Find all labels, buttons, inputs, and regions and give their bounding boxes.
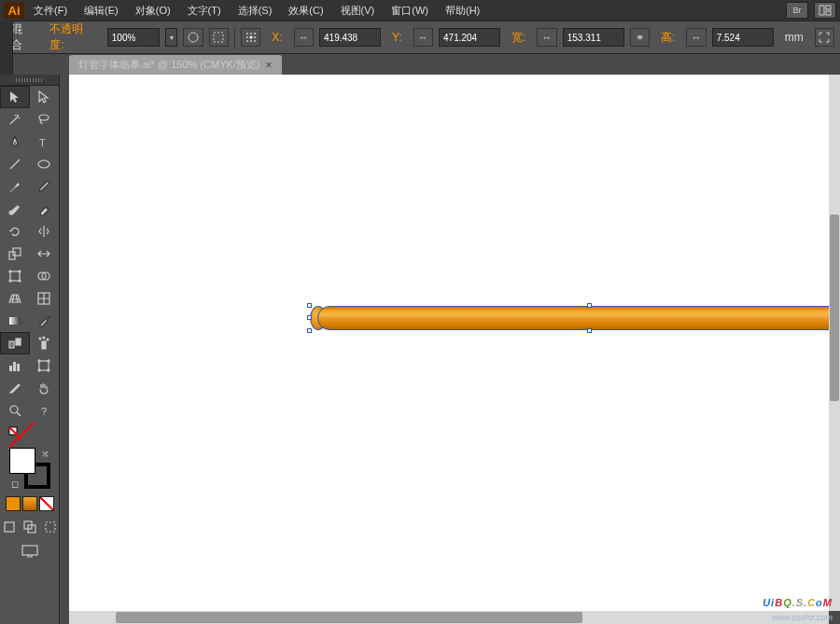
- paintbrush-tool[interactable]: [0, 175, 30, 198]
- y-link-icon: ↔: [413, 28, 433, 47]
- opacity-dropdown[interactable]: ▾: [165, 28, 178, 47]
- screen-mode-button[interactable]: [0, 539, 59, 563]
- h-link-icon: ↔: [686, 28, 706, 47]
- arrange-documents-button[interactable]: [814, 2, 836, 19]
- perspective-grid-tool[interactable]: [0, 287, 30, 310]
- zoom-tool[interactable]: [0, 399, 30, 422]
- menu-file[interactable]: 文件(F): [26, 2, 75, 20]
- direct-selection-tool[interactable]: [30, 86, 60, 108]
- menu-select[interactable]: 选择(S): [231, 2, 280, 20]
- swap-fill-stroke-icon[interactable]: ⤭: [39, 448, 50, 459]
- svg-rect-36: [13, 362, 16, 371]
- gradient-tool[interactable]: [0, 310, 30, 332]
- tab-close-button[interactable]: ×: [266, 59, 273, 72]
- unknown-tool[interactable]: ?: [30, 399, 60, 422]
- magic-wand-tool[interactable]: [0, 108, 30, 131]
- default-fill-stroke-icon[interactable]: ◻: [9, 478, 21, 489]
- svg-rect-1: [826, 6, 831, 9]
- blob-brush-tool[interactable]: [0, 198, 30, 220]
- workspace: [60, 75, 829, 624]
- draw-behind[interactable]: [21, 519, 38, 535]
- mesh-tool[interactable]: [30, 287, 60, 310]
- transform-button[interactable]: [209, 28, 229, 47]
- type-tool[interactable]: T: [30, 131, 60, 153]
- width-input[interactable]: [563, 28, 624, 47]
- scale-tool[interactable]: [0, 243, 30, 265]
- menu-help[interactable]: 帮助(H): [438, 2, 487, 20]
- menu-object[interactable]: 对象(O): [128, 2, 178, 20]
- draw-inside[interactable]: [42, 519, 59, 535]
- document-tab-title: 灯管字体临摹.ai* @ 150% (CMYK/预览): [78, 58, 260, 72]
- menu-effect[interactable]: 效果(C): [281, 2, 330, 20]
- scrollbar-thumb[interactable]: [116, 612, 582, 623]
- canvas[interactable]: [69, 75, 829, 624]
- type-icon: T: [36, 134, 51, 149]
- pen-tool[interactable]: [0, 131, 30, 153]
- toolbox-grip[interactable]: [0, 75, 59, 86]
- arrow-outline-icon: [36, 90, 51, 104]
- recolor-button[interactable]: [183, 28, 203, 47]
- swatch-1[interactable]: [6, 496, 21, 511]
- draw-normal[interactable]: [1, 519, 18, 535]
- menu-window[interactable]: 窗口(W): [384, 2, 436, 20]
- free-transform-tool[interactable]: [0, 265, 30, 287]
- svg-point-6: [250, 33, 252, 35]
- svg-point-24: [19, 280, 21, 282]
- reference-point-button[interactable]: [241, 28, 260, 47]
- rotate-tool[interactable]: [0, 220, 30, 243]
- svg-point-9: [249, 36, 252, 39]
- svg-rect-37: [17, 364, 20, 371]
- selection-handle[interactable]: [587, 303, 592, 308]
- constrain-proportions-button[interactable]: ⚭: [630, 28, 650, 47]
- selection-handle[interactable]: [587, 328, 592, 333]
- reflect-tool[interactable]: [30, 220, 60, 243]
- menu-type[interactable]: 文字(T): [180, 2, 229, 20]
- vertical-scrollbar[interactable]: [829, 75, 840, 611]
- eyedropper-tool[interactable]: [30, 310, 60, 332]
- selection-tool[interactable]: [0, 86, 30, 108]
- ellipse-tool[interactable]: [30, 153, 60, 175]
- svg-rect-20: [10, 271, 20, 281]
- document-tab[interactable]: 灯管字体临摹.ai* @ 150% (CMYK/预览) ×: [69, 55, 282, 75]
- eraser-icon: [36, 201, 51, 216]
- width-tool[interactable]: [30, 243, 60, 265]
- app-logo: Ai: [4, 2, 24, 19]
- transform-icon: [7, 269, 22, 284]
- blend-tool[interactable]: [0, 332, 30, 354]
- eraser-tool[interactable]: [30, 198, 60, 220]
- x-input[interactable]: [319, 28, 381, 47]
- selection-handle[interactable]: [307, 315, 312, 320]
- draw-behind-icon: [22, 520, 37, 534]
- selection-handle[interactable]: [307, 328, 312, 333]
- hand-tool[interactable]: [30, 377, 60, 399]
- control-bar: 混合 不透明度: ▾ X: ↔ Y: ↔ 宽: ↔ ⚭ 高: ↔ mm: [0, 21, 840, 54]
- line-tool[interactable]: [0, 153, 30, 175]
- swatch-2[interactable]: [22, 496, 37, 511]
- bridge-button[interactable]: Br: [786, 2, 808, 19]
- horizontal-scrollbar[interactable]: [69, 611, 829, 624]
- fill-stroke-control[interactable]: ⤭ ◻: [9, 448, 50, 489]
- transform-panel-button[interactable]: [815, 28, 834, 47]
- fill-swatch[interactable]: [9, 448, 35, 474]
- symbol-sprayer-tool[interactable]: [30, 332, 60, 354]
- menu-view[interactable]: 视图(V): [333, 2, 383, 20]
- pencil-tool[interactable]: [30, 175, 60, 198]
- spray-icon: [36, 336, 51, 351]
- artboard-tool[interactable]: [30, 354, 60, 377]
- dock-strip[interactable]: [0, 21, 13, 76]
- opacity-input[interactable]: [107, 28, 160, 47]
- selected-blend-object[interactable]: [310, 306, 840, 330]
- shape-builder-tool[interactable]: [30, 265, 60, 287]
- rotate-icon: [7, 224, 22, 239]
- height-input[interactable]: [712, 28, 774, 47]
- menu-edit[interactable]: 编辑(E): [77, 2, 126, 20]
- perspective-icon: [7, 291, 22, 306]
- scrollbar-thumb[interactable]: [830, 215, 839, 401]
- column-graph-tool[interactable]: [0, 354, 30, 377]
- lasso-tool[interactable]: [30, 108, 60, 131]
- reference-point-icon: [245, 31, 258, 44]
- slice-tool[interactable]: [0, 377, 30, 399]
- selection-handle[interactable]: [307, 303, 312, 308]
- y-input[interactable]: [439, 28, 500, 47]
- swatch-3[interactable]: [39, 496, 54, 511]
